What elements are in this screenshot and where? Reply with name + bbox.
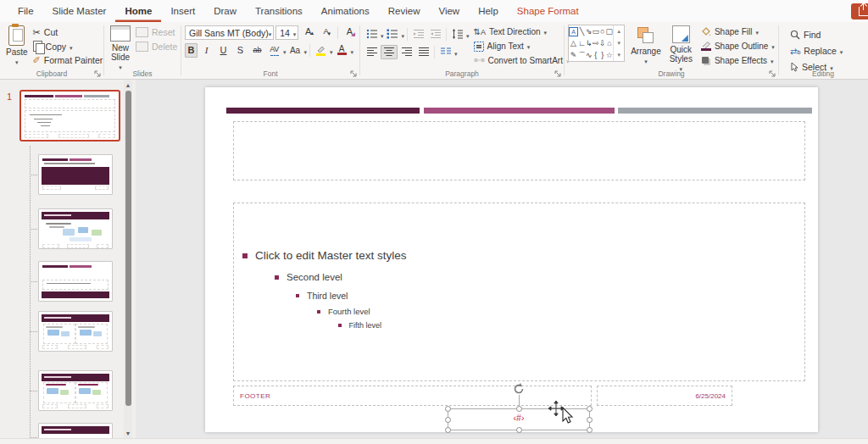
numbering-caret[interactable] [402, 26, 405, 42]
selection-handle[interactable] [587, 427, 593, 433]
bullets-caret[interactable] [381, 26, 384, 42]
tab-transitions[interactable]: Transitions [246, 0, 312, 22]
tab-home[interactable]: Home [115, 0, 161, 22]
increase-indent-button[interactable] [427, 27, 443, 42]
thumbnail-layout-6[interactable] [38, 423, 113, 438]
shape-triangle[interactable]: △ [569, 37, 578, 49]
shape-elbow-connector[interactable]: ∟ [578, 37, 586, 49]
selection-handle[interactable] [587, 417, 593, 423]
columns-caret[interactable] [454, 44, 458, 59]
italic-button[interactable]: I [198, 43, 214, 58]
tab-shape-format[interactable]: Shape Format [508, 0, 588, 22]
delete-button[interactable]: Delete [133, 40, 180, 53]
shape-effects-button[interactable]: Shape Effects [698, 54, 777, 67]
accent-bar-magenta[interactable] [424, 108, 615, 114]
selection-handle[interactable] [445, 427, 451, 433]
tab-file[interactable]: File [8, 0, 43, 22]
scroll-down-arrow[interactable]: ▼ [124, 428, 132, 438]
shape-curve[interactable]: ∿ [586, 49, 593, 61]
font-color-button[interactable]: A [334, 43, 350, 58]
tab-draw[interactable]: Draw [204, 0, 246, 22]
bullet-level-2[interactable]: Second level [275, 272, 342, 282]
shape-pentagon[interactable]: ⌂ [606, 37, 614, 49]
align-text-button[interactable]: Align Text [474, 40, 570, 53]
paragraph-dialog-launcher[interactable] [554, 70, 561, 77]
thumbnail-layout-5[interactable] [38, 370, 113, 411]
shape-gallery-scroll-up[interactable]: ▲ [614, 25, 624, 37]
clipboard-dialog-launcher[interactable] [94, 70, 101, 77]
selection-handle[interactable] [445, 406, 451, 412]
change-case-button[interactable]: Aa [287, 43, 303, 58]
character-spacing-button[interactable]: AV [266, 43, 282, 58]
change-case-caret[interactable] [304, 42, 308, 58]
font-color-caret[interactable] [351, 42, 354, 58]
title-placeholder[interactable] [233, 121, 805, 180]
shape-outline-caret[interactable] [771, 42, 775, 51]
shape-fill-caret[interactable] [755, 27, 759, 36]
shape-freeform[interactable]: ✎ [569, 49, 578, 61]
shape-star[interactable]: ☆ [606, 49, 614, 61]
align-center-button[interactable] [381, 45, 398, 59]
accent-bar-dark[interactable] [226, 108, 420, 114]
bullet-level-1[interactable]: Click to edit Master text styles [242, 249, 407, 262]
underline-button[interactable]: U [215, 43, 231, 58]
body-placeholder[interactable]: Click to edit Master text styles Second … [233, 203, 805, 381]
text-direction-caret[interactable] [544, 27, 548, 36]
tab-review[interactable]: Review [379, 0, 430, 22]
strikethrough-button[interactable]: ab [249, 43, 265, 58]
shape-elbow-arrow-connector[interactable]: ↳ [586, 37, 593, 49]
bullet-level-3[interactable]: Third level [296, 291, 348, 301]
footer-placeholder[interactable]: FOOTER [233, 386, 592, 406]
clear-formatting-button[interactable]: A◢ [342, 25, 358, 40]
font-size-combo[interactable]: 14 [275, 25, 298, 40]
arrange-caret[interactable] [644, 56, 648, 66]
share-button[interactable]: Share [851, 3, 868, 19]
arrange-button[interactable]: Arrange [628, 25, 664, 67]
shape-oval[interactable]: ○ [599, 25, 606, 37]
shape-outline-button[interactable]: Shape Outline [698, 40, 777, 53]
selection-handle[interactable] [516, 427, 522, 433]
shape-arc[interactable]: ⌒ [578, 49, 586, 61]
tab-animations[interactable]: Animations [312, 0, 379, 22]
shape-right-brace[interactable]: } [599, 49, 606, 61]
shape-right-arrow[interactable]: ⇨ [593, 37, 600, 49]
scroll-up-arrow[interactable]: ▲ [124, 80, 132, 90]
line-spacing-button[interactable] [449, 27, 465, 42]
align-right-button[interactable] [398, 45, 415, 59]
shape-gallery-scroll-down[interactable]: ▼ [614, 37, 624, 49]
numbering-button[interactable] [385, 27, 401, 42]
tab-view[interactable]: View [429, 0, 469, 22]
copy-dropdown-caret[interactable] [70, 42, 73, 52]
shape-text-box[interactable]: A [569, 25, 578, 37]
scrollbar-thumb[interactable] [125, 91, 131, 406]
decrease-indent-button[interactable] [410, 27, 426, 42]
character-spacing-caret[interactable] [283, 42, 287, 58]
format-painter-button[interactable]: ✐ Format Painter [31, 53, 106, 67]
thumbnail-layout-1[interactable] [38, 154, 113, 195]
quick-styles-button[interactable]: Quick Styles [667, 25, 695, 67]
increase-font-size-button[interactable]: A▲ [300, 25, 316, 40]
thumbnail-slide-master[interactable] [19, 90, 120, 142]
bold-button[interactable]: B [185, 43, 198, 58]
new-slide-button[interactable]: New Slide [108, 25, 133, 67]
text-direction-button[interactable]: ⇅A Text Direction [474, 25, 570, 38]
tab-help[interactable]: Help [469, 0, 508, 22]
paste-dropdown-caret[interactable] [15, 57, 19, 67]
accent-bar-gray[interactable] [618, 108, 812, 114]
shape-line[interactable]: ╲ [578, 25, 586, 37]
thumbnail-layout-2[interactable] [38, 208, 113, 249]
bullets-button[interactable] [364, 27, 380, 42]
align-left-button[interactable] [364, 45, 380, 59]
font-name-combo[interactable]: Gill Sans MT (Body) [185, 25, 274, 40]
replace-button[interactable]: ⇄b Replace [787, 44, 864, 58]
bullet-level-4[interactable]: Fourth level [317, 307, 370, 316]
thumbnail-layout-3[interactable] [38, 261, 113, 302]
thumbnail-scrollbar[interactable]: ▲ ▼ [124, 80, 132, 438]
font-dialog-launcher[interactable] [350, 70, 357, 77]
shape-arrow[interactable]: ⇘ [586, 25, 593, 37]
shape-gallery-more[interactable]: ▼ [614, 49, 624, 61]
date-placeholder[interactable]: 6/25/2024 [597, 386, 732, 406]
bullet-level-5[interactable]: Fifth level [338, 321, 381, 330]
highlight-color-button[interactable] [313, 43, 329, 58]
shape-rounded-rectangle[interactable]: ▢ [606, 25, 614, 37]
